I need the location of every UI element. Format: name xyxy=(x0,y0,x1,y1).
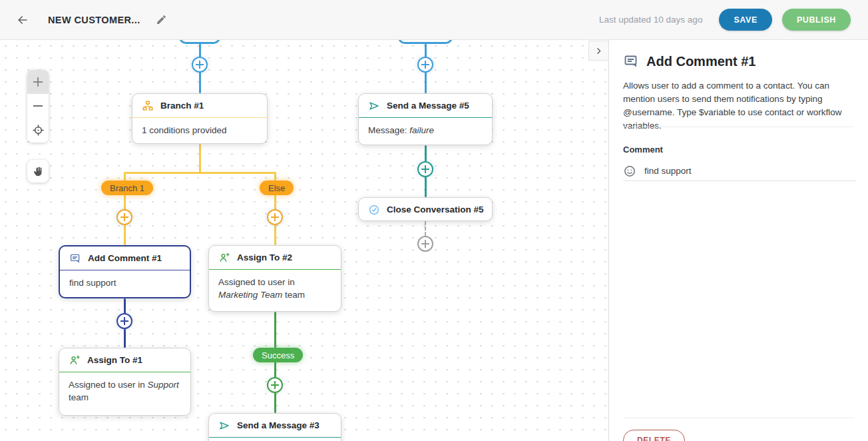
fit-view-crosshair-icon xyxy=(32,124,45,137)
add-step-plus-button[interactable] xyxy=(116,209,132,225)
divider xyxy=(623,418,855,418)
comment-input-value: find support xyxy=(644,166,692,176)
node-title: Assign To #2 xyxy=(237,252,292,262)
topbar: NEW CUSTOMER... Last updated 10 days ago… xyxy=(0,0,868,40)
node-title: Branch #1 xyxy=(160,101,204,111)
comment-field-label: Comment xyxy=(623,145,663,155)
add-step-plus-button[interactable] xyxy=(192,57,208,73)
back-button[interactable] xyxy=(13,11,32,29)
send-icon xyxy=(368,100,380,112)
add-step-plus-button[interactable] xyxy=(417,236,433,252)
zoom-out-button[interactable] xyxy=(27,94,49,118)
add-step-plus-button[interactable] xyxy=(116,313,132,329)
workflow-title: NEW CUSTOMER... xyxy=(48,15,140,25)
zoom-toolbar xyxy=(27,70,49,143)
node-branch-1[interactable]: Branch #1 1 conditions provided xyxy=(132,93,268,144)
edit-title-button[interactable] xyxy=(154,12,170,28)
panel-description: Allows user to add a comment to a contac… xyxy=(623,79,858,133)
node-body: Assigned to user in Marketing Team team xyxy=(209,270,341,307)
node-title: Send a Message #5 xyxy=(387,101,469,111)
divider xyxy=(623,127,855,127)
collapse-panel-button[interactable] xyxy=(588,41,608,61)
add-step-plus-button[interactable] xyxy=(267,377,283,393)
node-add-comment-1-selected[interactable]: Add Comment #1 find support xyxy=(59,245,191,298)
send-icon xyxy=(218,420,230,432)
save-button[interactable]: SAVE xyxy=(719,9,772,31)
node-detail-panel: Add Comment #1 Allows user to add a comm… xyxy=(608,40,868,441)
pan-hand-icon xyxy=(33,166,44,177)
comment-input[interactable]: find support xyxy=(623,161,856,181)
branch-label-pill: Branch 1 xyxy=(101,181,153,195)
zoom-in-button[interactable] xyxy=(27,70,49,94)
connector-line xyxy=(274,312,276,413)
node-title: Assign To #1 xyxy=(87,355,142,365)
success-label-pill: Success xyxy=(253,348,303,362)
add-step-plus-button[interactable] xyxy=(267,209,283,225)
assign-user-icon xyxy=(218,252,230,264)
add-step-plus-button[interactable] xyxy=(417,161,433,177)
node-assign-to-1[interactable]: Assign To #1 Assigned to user in Support… xyxy=(59,348,191,416)
node-title: Add Comment #1 xyxy=(88,253,162,263)
branch-icon xyxy=(142,100,154,112)
node-body: Assigned to user in Support team xyxy=(59,372,190,410)
node-body: Message: failure xyxy=(359,118,492,143)
node-divider xyxy=(209,437,341,438)
workflow-canvas[interactable]: Branch 1 Else Success Branch #1 1 condit… xyxy=(0,40,608,441)
node-title: Send a Message #3 xyxy=(237,420,320,430)
chevron-right-icon xyxy=(594,47,603,55)
node-body: 1 conditions provided xyxy=(132,118,267,143)
add-step-plus-button[interactable] xyxy=(417,57,433,73)
connector-line xyxy=(124,172,276,174)
delete-button[interactable]: DELETE xyxy=(623,430,685,441)
fit-view-button[interactable] xyxy=(27,118,49,143)
check-bubble-icon xyxy=(368,204,380,216)
dashed-connector-line xyxy=(425,221,426,236)
node-assign-to-2[interactable]: Assign To #2 Assigned to user in Marketi… xyxy=(208,245,341,312)
node-send-a-message-3[interactable]: Send a Message #3 xyxy=(208,413,341,441)
else-label-pill: Else xyxy=(260,181,294,195)
comment-icon xyxy=(69,252,81,264)
node-title: Close Conversation #5 xyxy=(387,205,484,215)
node-close-conversation-5[interactable]: Close Conversation #5 xyxy=(358,197,493,221)
node-body: find support xyxy=(60,270,190,295)
node-send-a-message-5[interactable]: Send a Message #5 Message: failure xyxy=(358,93,493,145)
connector-line xyxy=(199,144,201,174)
panel-title: Add Comment #1 xyxy=(646,54,756,69)
last-updated-text: Last updated 10 days ago xyxy=(599,15,702,25)
pencil-edit-icon xyxy=(156,14,167,25)
pan-button[interactable] xyxy=(27,160,49,183)
publish-button[interactable]: PUBLISH xyxy=(782,9,851,31)
comment-icon xyxy=(623,53,639,69)
assign-user-icon xyxy=(69,354,81,366)
back-arrow-icon xyxy=(16,13,29,27)
smiley-emoji-icon[interactable] xyxy=(623,165,636,178)
